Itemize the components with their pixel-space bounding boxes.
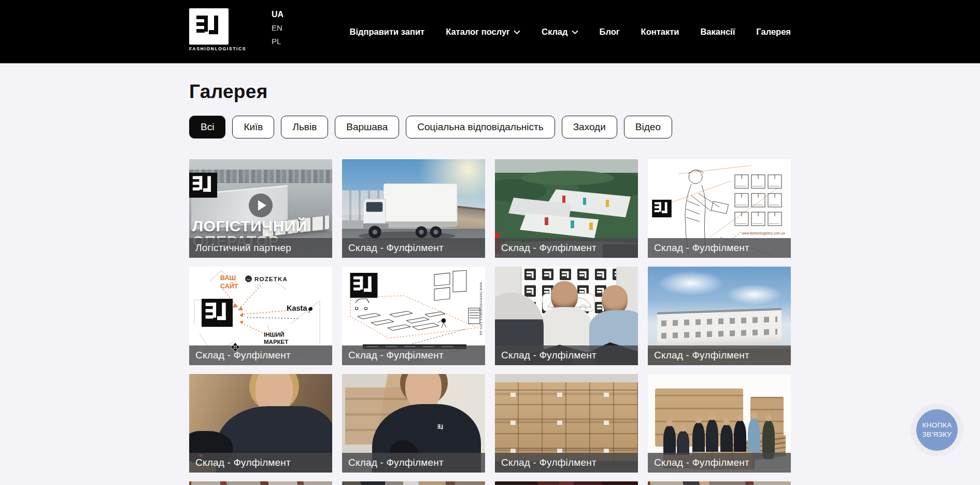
logo-mark-icon bbox=[189, 8, 229, 45]
gallery-item[interactable]: Склад - Фулфілмент bbox=[342, 374, 485, 473]
logo-mark-icon bbox=[436, 424, 445, 431]
tile-caption: Склад - Фулфілмент bbox=[342, 453, 485, 473]
gallery-filters: Всі Київ Львів Варшава Соціальна відпові… bbox=[189, 116, 791, 138]
gallery-item[interactable]: www.fashionlogistics.com.ua Склад - Фулф… bbox=[342, 267, 485, 365]
nav-gallery[interactable]: Галерея bbox=[756, 27, 791, 37]
gallery-item[interactable] bbox=[648, 481, 791, 485]
tile-caption: Склад - Фулфілмент bbox=[342, 238, 485, 258]
gallery-item[interactable]: ВАШ САЙТ ROZETKA Kasta ІНШИЙ МАРКЕТ ✥ Ск… bbox=[189, 267, 332, 365]
tile-caption: Склад - Фулфілмент bbox=[342, 345, 485, 365]
logo[interactable]: FASHIONLOGISTICS bbox=[189, 8, 246, 51]
gallery-item[interactable] bbox=[342, 481, 485, 485]
lang-en[interactable]: EN bbox=[272, 23, 283, 33]
main-nav: Відправити запит Каталог послуг Склад Бл… bbox=[350, 0, 791, 63]
play-icon[interactable] bbox=[249, 193, 273, 217]
gallery-grid: ЛОГІСТИЧНИЙ ОПЕРАТОР Логістичний партнер bbox=[189, 159, 791, 485]
move-cursor-icon: ✥ bbox=[231, 341, 240, 354]
filter-video[interactable]: Відео bbox=[624, 116, 672, 138]
filter-warsaw[interactable]: Варшава bbox=[335, 116, 399, 138]
chevron-down-icon bbox=[514, 30, 520, 35]
gallery-item[interactable]: Склад - Фулфілмент bbox=[495, 374, 638, 473]
filter-lviv[interactable]: Львів bbox=[281, 116, 328, 138]
nav-contacts[interactable]: Контакти bbox=[641, 27, 679, 37]
other-market-label: ІНШИЙ МАРКЕТ bbox=[264, 331, 303, 346]
nav-blog[interactable]: Блог bbox=[600, 27, 620, 37]
logo-mark-icon bbox=[349, 273, 378, 298]
site-url-label: www.fashionlogistics.com.ua bbox=[742, 231, 785, 235]
logo-text: FASHIONLOGISTICS bbox=[189, 46, 246, 51]
logo-mark-icon bbox=[201, 299, 234, 327]
gallery-item-video[interactable]: ЛОГІСТИЧНИЙ ОПЕРАТОР Логістичний партнер bbox=[189, 159, 332, 258]
gallery-item[interactable]: Склад - Фулфілмент bbox=[495, 267, 638, 365]
lang-pl[interactable]: PL bbox=[272, 36, 283, 46]
tile-caption: Склад - Фулфілмент bbox=[495, 453, 638, 473]
tile-caption: Склад - Фулфілмент bbox=[495, 238, 638, 258]
kasta-label: Kasta bbox=[287, 304, 313, 312]
logo-mark-icon bbox=[652, 200, 672, 217]
tile-caption: Логістичний партнер bbox=[189, 238, 332, 258]
gallery-page: Галерея Всі Київ Львів Варшава Соціальна… bbox=[189, 81, 791, 485]
tile-caption: Склад - Фулфілмент bbox=[495, 345, 638, 365]
logo-mark-icon bbox=[189, 172, 217, 199]
gallery-item[interactable]: Склад - Фулфілмент bbox=[189, 374, 332, 473]
tile-caption: Склад - Фулфілмент bbox=[648, 238, 791, 258]
contact-floating-button[interactable]: КНОПКА ЗВ'ЯЗКУ bbox=[911, 404, 963, 456]
rozetka-label: ROZETKA bbox=[245, 275, 288, 282]
site-url-label: www.fashionlogistics.com.ua bbox=[479, 282, 483, 336]
page-title: Галерея bbox=[189, 81, 791, 103]
tile-caption: Склад - Фулфілмент bbox=[189, 345, 332, 365]
filter-all[interactable]: Всі bbox=[189, 116, 225, 138]
tile-caption: Склад - Фулфілмент bbox=[189, 453, 332, 473]
gallery-item[interactable]: Склад - Фулфілмент bbox=[648, 267, 791, 365]
gallery-item[interactable]: www.fashionlogistics.com.ua Склад - Фулф… bbox=[648, 159, 791, 258]
nav-vacancies[interactable]: Вакансії bbox=[700, 27, 735, 37]
lang-ua[interactable]: UA bbox=[272, 9, 283, 19]
nav-send-request[interactable]: Відправити запит bbox=[350, 27, 425, 37]
language-switcher: UA EN PL bbox=[272, 9, 283, 46]
gallery-item[interactable]: Склад - Фулфілмент bbox=[342, 159, 485, 258]
filter-events[interactable]: Заходи bbox=[562, 116, 617, 138]
gallery-item[interactable] bbox=[189, 481, 332, 485]
site-header: FASHIONLOGISTICS UA EN PL Відправити зап… bbox=[0, 0, 980, 63]
gallery-item[interactable]: Склад - Фулфілмент bbox=[495, 159, 638, 258]
gallery-item[interactable] bbox=[495, 481, 638, 485]
rozetka-icon bbox=[245, 275, 252, 282]
tile-caption: Склад - Фулфілмент bbox=[648, 453, 791, 473]
gallery-item[interactable]: Склад - Фулфілмент bbox=[648, 374, 791, 473]
nav-services-catalog[interactable]: Каталог послуг bbox=[446, 27, 520, 37]
filter-social-responsibility[interactable]: Соціальна відповідальність bbox=[406, 116, 555, 138]
nav-warehouse[interactable]: Склад bbox=[542, 27, 578, 37]
tile-caption: Склад - Фулфілмент bbox=[648, 345, 791, 365]
chevron-down-icon bbox=[572, 30, 578, 35]
contact-floating-button-label: КНОПКА ЗВ'ЯЗКУ bbox=[916, 409, 958, 451]
filter-kyiv[interactable]: Київ bbox=[232, 116, 274, 138]
